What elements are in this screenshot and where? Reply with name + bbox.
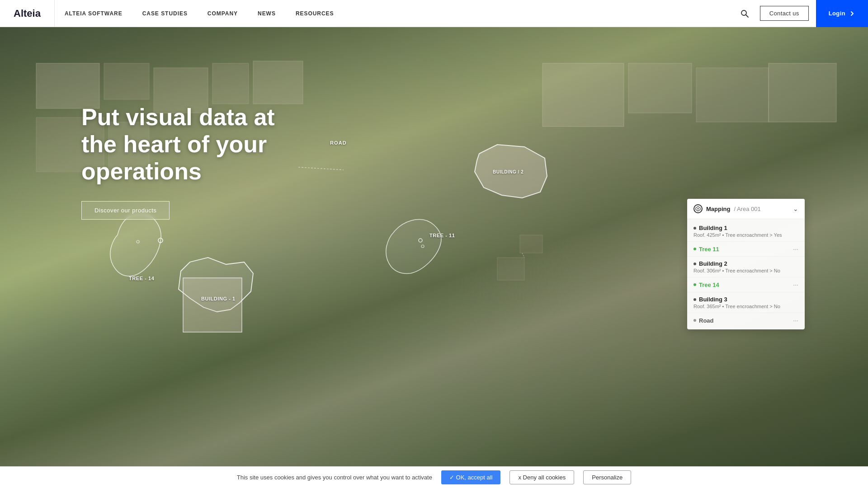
road-name: Road <box>693 317 714 324</box>
building3-name: Building 3 <box>693 296 727 303</box>
mapping-panel-title: Mapping / Area 001 <box>693 204 761 213</box>
tree11-name: Tree 11 <box>693 246 719 253</box>
svg-line-1 <box>746 15 748 17</box>
logo[interactable]: Alteia <box>0 0 55 27</box>
mapping-item-tree11[interactable]: Tree 11 ··· <box>687 242 805 257</box>
road-options[interactable]: ··· <box>793 317 798 324</box>
cookie-personalize-button[interactable]: Personalize <box>583 470 631 484</box>
nav-news[interactable]: NEWS <box>248 0 286 27</box>
tree11-dot <box>693 248 696 250</box>
building1-detail: Roof. 425m² • Tree encroachment > Yes <box>693 232 798 238</box>
road-label: ROAD <box>330 140 347 145</box>
nav-case-studies[interactable]: CASE STUDIES <box>132 0 198 27</box>
contact-button[interactable]: Contact us <box>760 6 809 21</box>
navbar-actions: Contact us Login <box>727 0 868 27</box>
tree14-name: Tree 14 <box>693 282 719 288</box>
mapping-item-road[interactable]: Road ··· <box>687 313 805 328</box>
building3-detail: Roof. 365m² • Tree encroachment > No <box>693 304 798 309</box>
building2-detail: Roof. 306m² • Tree encroachment > No <box>693 268 798 273</box>
hero-section: ROAD BUILDING - 1 TREE - 14 TREE - 11 BU… <box>0 0 868 488</box>
svg-point-25 <box>698 208 699 210</box>
nav-links: ALTEIA SOFTWARE CASE STUDIES COMPANY NEW… <box>55 0 727 27</box>
mapping-panel-header[interactable]: Mapping / Area 001 ⌄ <box>687 199 805 219</box>
tree14-options[interactable]: ··· <box>793 281 798 288</box>
svg-point-0 <box>741 10 746 15</box>
mapping-title-text: Mapping <box>706 206 730 212</box>
building2-dot <box>693 263 696 265</box>
tree11-label: TREE - 11 <box>429 233 455 238</box>
mapping-subtitle: / Area 001 <box>734 206 760 212</box>
building1-label: BUILDING - 1 <box>201 296 236 301</box>
hero-title: Put visual data at the heart of your ope… <box>81 104 307 185</box>
mapping-item-building2[interactable]: Building 2 Roof. 306m² • Tree encroachme… <box>687 257 805 277</box>
login-button[interactable]: Login <box>816 0 868 27</box>
discover-products-button[interactable]: Discover our products <box>81 201 170 220</box>
mapping-item-building1[interactable]: Building 1 Roof. 425m² • Tree encroachme… <box>687 221 805 242</box>
building1-dot <box>693 227 696 230</box>
road-dot <box>693 319 696 322</box>
cookie-accept-button[interactable]: ✓ OK, accept all <box>441 470 501 484</box>
building-top-label: BUILDING / 2 <box>493 169 524 174</box>
nav-resources[interactable]: RESOURCES <box>286 0 344 27</box>
building1-name: Building 1 <box>693 225 727 231</box>
building2-name: Building 2 <box>693 260 727 267</box>
panel-expand-icon[interactable]: ⌄ <box>793 205 798 212</box>
mapping-icon <box>693 204 703 213</box>
chevron-right-icon <box>849 10 855 17</box>
cookie-text: This site uses cookies and gives you con… <box>237 474 432 481</box>
mapping-panel: Mapping / Area 001 ⌄ Building 1 Roof. 42… <box>687 199 805 329</box>
tree11-options[interactable]: ··· <box>793 245 798 253</box>
mapping-items-list: Building 1 Roof. 425m² • Tree encroachme… <box>687 219 805 329</box>
nav-alteia-software[interactable]: ALTEIA SOFTWARE <box>55 0 132 27</box>
tree14-dot <box>693 283 696 286</box>
search-button[interactable] <box>736 5 753 22</box>
hero-content: Put visual data at the heart of your ope… <box>81 104 307 220</box>
mapping-item-tree14[interactable]: Tree 14 ··· <box>687 277 805 292</box>
login-label: Login <box>829 10 845 17</box>
search-icon <box>740 9 749 18</box>
nav-company[interactable]: COMPANY <box>198 0 248 27</box>
tree14-label: TREE - 14 <box>129 276 154 281</box>
cookie-deny-button[interactable]: x Deny all cookies <box>509 470 574 484</box>
navbar: Alteia ALTEIA SOFTWARE CASE STUDIES COMP… <box>0 0 868 27</box>
cookie-banner: This site uses cookies and gives you con… <box>0 466 868 488</box>
building3-dot <box>693 298 696 301</box>
mapping-item-building3[interactable]: Building 3 Roof. 365m² • Tree encroachme… <box>687 292 805 313</box>
